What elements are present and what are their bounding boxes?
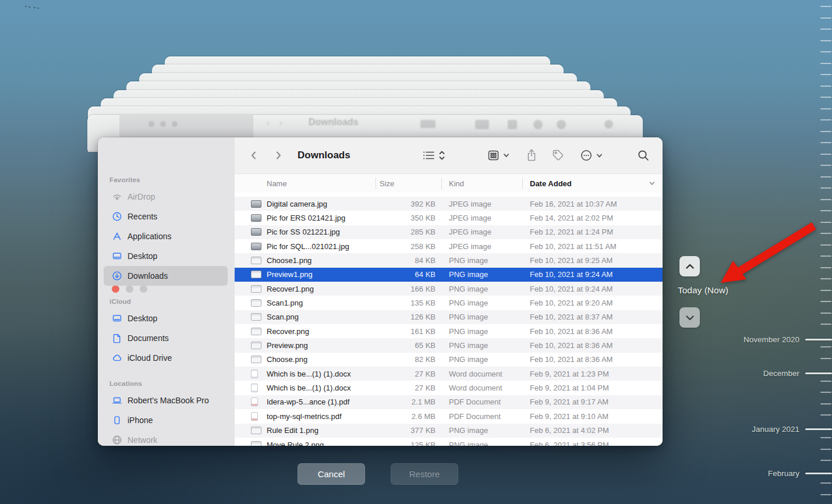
file-row[interactable]: Digital camera.jpg392 KBJPEG imageFeb 16… [235,197,663,211]
sidebar-item-airdrop[interactable]: AirDrop [104,187,228,207]
iphone-icon [112,415,122,425]
column-separator[interactable] [376,178,376,189]
minimize-window-icon[interactable] [126,285,133,293]
timeline-back-button[interactable] [679,307,700,328]
file-row[interactable]: Rule Edit 1.png377 KBPNG imageFeb 6, 202… [235,424,663,438]
file-row[interactable]: Choose1.png84 KBPNG imageFeb 10, 2021 at… [235,253,663,267]
file-size: 377 KB [377,426,436,435]
file-kind: PNG image [444,327,522,336]
file-row[interactable]: Choose.png82 KBPNG imageFeb 10, 2021 at … [235,353,663,367]
list-view-icon [422,150,435,161]
file-date-added: Feb 9, 2021 at 9:10 AM [522,412,663,421]
sidebar-item-robert-s-macbook-pro[interactable]: Robert’s MacBook Pro [104,391,228,410]
file-size: 2.1 MB [377,397,436,406]
column-header-size[interactable]: Size [380,174,394,193]
file-size: 350 KB [377,214,436,222]
file-kind: PNG image [444,426,522,435]
tags-button[interactable] [551,148,565,162]
file-row[interactable]: Scan1.png135 KBPNG imageFeb 10, 2021 at … [235,296,663,310]
file-type-png-icon [251,271,261,278]
file-name: Pic for ERS 021421.jpg [264,214,377,222]
sidebar-item-label: Recents [128,212,157,221]
timeline-forward-button[interactable] [679,256,700,276]
zoom-window-icon[interactable] [140,285,147,293]
file-row[interactable]: Pic for ERS 021421.jpg350 KBJPEG imageFe… [235,211,663,225]
file-name: Pic for SS 021221.jpg [264,228,377,236]
file-row[interactable]: Preview1.png64 KBPNG imageFeb 10, 2021 a… [235,268,663,282]
finder-content: Downloads [235,137,663,446]
file-row[interactable]: Move Rule 2.png125 KBPNG imageFeb 6, 202… [235,438,663,446]
sidebar-item-desktop[interactable]: Desktop [104,308,228,328]
file-type-png-icon [251,427,261,434]
document-icon [112,333,122,343]
close-window-icon[interactable] [112,285,119,293]
sort-direction-chevron-icon[interactable] [649,174,656,193]
file-size: 258 KB [377,242,436,251]
file-row[interactable]: Pic for SQL...021021.jpg258 KBJPEG image… [235,239,663,253]
file-type-png-icon [251,342,261,349]
sidebar-item-iphone[interactable]: iPhone [104,410,228,430]
desktop-icon [112,251,122,261]
file-row[interactable]: top-my-sql-metrics.pdf2.6 MBPDF Document… [235,409,663,423]
file-name: Which is be...(1) (1).docx [264,370,377,378]
file-kind: PNG image [444,299,522,307]
file-kind: PDF Document [444,412,522,421]
view-sort-control[interactable] [422,150,445,161]
sidebar-section-label: Locations [109,380,142,387]
today-now-label[interactable]: Today (Now) [678,285,728,296]
group-by-button[interactable] [487,150,509,162]
sidebar-item-network[interactable]: Network [104,430,228,446]
column-separator[interactable] [522,178,523,189]
sidebar-item-label: Applications [128,232,172,241]
forward-button[interactable] [273,150,284,161]
ghost-zoom-icon [172,121,178,127]
sidebar-item-label: iPhone [128,416,153,425]
sidebar-item-label: Desktop [128,251,157,261]
table-header: NameSizeKindDate Added [235,173,663,193]
sidebar-item-downloads[interactable]: Downloads [104,266,228,286]
file-size: 392 KB [377,200,436,208]
share-button[interactable] [525,148,538,162]
search-icon [637,149,650,162]
back-button[interactable] [249,150,259,161]
sidebar-item-applications[interactable]: Applications [104,226,228,246]
column-header-kind[interactable]: Kind [449,174,464,193]
search-button[interactable] [637,149,650,162]
more-actions-button[interactable] [580,149,603,162]
sidebar-item-desktop[interactable]: Desktop [104,246,228,266]
file-size: 2.6 MB [377,412,436,421]
file-date-added: Feb 16, 2021 at 10:37 AM [522,200,663,208]
file-row[interactable]: Recover1.png166 KBPNG imageFeb 10, 2021 … [235,282,663,296]
file-row[interactable]: Pic for SS 021221.jpg285 KBJPEG imageFeb… [235,225,663,239]
file-name: Recover1.png [264,285,377,293]
chevron-up-icon [684,261,696,272]
sidebar-item-icloud-drive[interactable]: iCloud Drive [104,348,228,368]
window-title: Downloads [298,150,350,161]
restore-button[interactable]: Restore [391,463,458,485]
column-header-date-added[interactable]: Date Added [530,174,572,193]
file-type-png-icon [251,313,261,321]
file-kind: JPEG image [444,242,522,251]
file-row[interactable]: Idera-wp-5...ance (1).pdf2.1 MBPDF Docum… [235,395,663,409]
file-size: 161 KB [377,327,436,336]
globe-icon [112,435,122,445]
column-separator[interactable] [441,178,442,189]
ghost-list-view-icon [420,120,436,128]
sidebar-item-recents[interactable]: Recents [104,207,228,226]
file-size: 27 KB [377,370,436,378]
column-header-name[interactable]: Name [267,174,287,193]
file-name: Rule Edit 1.png [264,426,377,435]
file-kind: PNG image [444,441,522,446]
sidebar-item-documents[interactable]: Documents [104,328,228,348]
clock-icon [112,211,122,222]
file-type-jpg-icon [251,214,261,222]
file-row[interactable]: Preview.png65 KBPNG imageFeb 10, 2021 at… [235,338,663,352]
file-kind: PNG image [444,341,522,350]
file-row[interactable]: Scan.png126 KBPNG imageFeb 10, 2021 at 8… [235,310,663,324]
file-row[interactable]: Recover.png161 KBPNG imageFeb 10, 2021 a… [235,324,663,338]
file-row[interactable]: Which is be...(1) (1).docx27 KBWord docu… [235,381,663,395]
cancel-button[interactable]: Cancel [298,463,365,485]
file-row[interactable]: Which is be...(1) (1).docx27 KBWord docu… [235,367,663,381]
file-type-png-icon [251,285,261,293]
file-list: Digital camera.jpg392 KBJPEG imageFeb 16… [235,193,663,446]
